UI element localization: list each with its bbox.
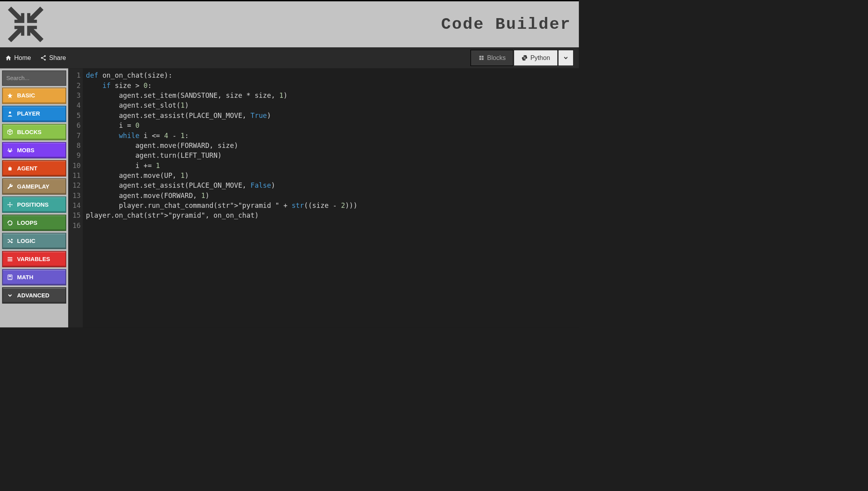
line-number: 11 <box>68 170 80 180</box>
category-label: PLAYER <box>17 110 40 117</box>
category-sidebar: BASICPLAYERBLOCKSMOBSAGENTGAMEPLAYPOSITI… <box>0 68 68 327</box>
line-number: 2 <box>68 80 80 90</box>
code-line[interactable]: agent.set_item(SANDSTONE, size * size, 1… <box>86 90 579 100</box>
tab-blocks-label: Blocks <box>487 54 506 62</box>
svg-point-12 <box>11 150 13 151</box>
category-label: ADVANCED <box>17 292 49 299</box>
code-editor[interactable]: 12345678910111213141516 def on_on_chat(s… <box>68 68 579 327</box>
code-line[interactable]: agent.turn(LEFT_TURN) <box>86 151 579 161</box>
category-label: VARIABLES <box>17 256 50 262</box>
line-number: 12 <box>68 181 80 190</box>
category-loops[interactable]: LOOPS <box>2 215 66 231</box>
home-label: Home <box>14 54 31 62</box>
line-number: 5 <box>68 110 80 120</box>
svg-rect-6 <box>481 58 483 60</box>
svg-point-16 <box>10 168 11 169</box>
tab-python[interactable]: Python <box>514 50 558 66</box>
category-label: MATH <box>17 274 33 280</box>
svg-rect-19 <box>7 259 12 260</box>
line-number: 10 <box>68 161 80 170</box>
line-number: 8 <box>68 140 80 150</box>
svg-rect-5 <box>479 58 481 60</box>
category-blocks[interactable]: BLOCKS <box>2 124 66 140</box>
code-line[interactable]: agent.set_assist(PLACE_ON_MOVE, False) <box>86 181 579 190</box>
python-icon <box>522 55 528 61</box>
code-line[interactable]: def on_on_chat(size): <box>86 71 579 80</box>
category-variables[interactable]: VARIABLES <box>2 251 66 267</box>
collapse-fullscreen-icon[interactable] <box>8 7 43 42</box>
category-player[interactable]: PLAYER <box>2 106 66 122</box>
category-label: POSITIONS <box>17 201 48 208</box>
code-line[interactable]: agent.move(FORWARD, size) <box>86 140 579 150</box>
category-agent[interactable]: AGENT <box>2 160 66 176</box>
line-number: 7 <box>68 131 80 140</box>
robot-icon <box>7 165 13 172</box>
svg-point-10 <box>11 149 12 150</box>
line-number: 13 <box>68 190 80 200</box>
category-basic[interactable]: BASIC <box>2 88 66 104</box>
category-advanced[interactable]: ADVANCED <box>2 287 66 303</box>
home-button[interactable]: Home <box>5 54 31 62</box>
svg-point-13 <box>9 150 11 152</box>
wrench-icon <box>7 183 13 190</box>
category-positions[interactable]: POSITIONS <box>2 196 66 213</box>
category-label: LOGIC <box>17 237 35 244</box>
svg-rect-4 <box>481 56 483 58</box>
tab-python-label: Python <box>530 54 550 62</box>
paw-icon <box>7 147 13 153</box>
line-number: 1 <box>68 71 80 80</box>
category-gameplay[interactable]: GAMEPLAY <box>2 178 66 194</box>
category-label: MOBS <box>17 147 34 153</box>
svg-rect-14 <box>8 167 11 170</box>
svg-point-25 <box>11 278 11 278</box>
code-line[interactable]: player.run_chat_command(str">"pyramid " … <box>86 200 579 210</box>
toolbar: Home Share Blocks Python <box>0 47 579 68</box>
tab-blocks[interactable]: Blocks <box>470 50 514 66</box>
line-number: 16 <box>68 220 80 230</box>
star-icon <box>7 93 13 99</box>
code-line[interactable]: i = 0 <box>86 120 579 130</box>
code-line[interactable] <box>86 220 579 230</box>
code-line[interactable]: agent.move(FORWARD, 1) <box>86 190 579 200</box>
category-label: BASIC <box>17 92 35 99</box>
code-line[interactable]: i += 1 <box>86 161 579 170</box>
move-icon <box>7 202 13 208</box>
line-number: 3 <box>68 90 80 100</box>
svg-point-23 <box>9 278 9 278</box>
svg-point-11 <box>7 150 9 151</box>
code-line[interactable]: if size > 0: <box>86 80 579 90</box>
category-mobs[interactable]: MOBS <box>2 142 66 158</box>
svg-point-24 <box>10 278 10 278</box>
search-input[interactable] <box>6 75 78 81</box>
blocks-icon <box>478 55 485 61</box>
svg-rect-20 <box>7 260 12 261</box>
share-icon <box>40 55 46 61</box>
code-line[interactable]: player.on_chat(str">"pyramid", on_on_cha… <box>86 211 579 220</box>
cube-icon <box>7 129 13 135</box>
line-gutter: 12345678910111213141516 <box>68 68 83 327</box>
svg-point-9 <box>8 149 9 150</box>
app-title: Code Builder <box>441 15 571 34</box>
category-math[interactable]: MATH <box>2 269 66 285</box>
shuffle-icon <box>7 238 13 244</box>
code-line[interactable]: agent.set_assist(PLACE_ON_MOVE, True) <box>86 110 579 120</box>
code-line[interactable]: agent.move(UP, 1) <box>86 170 579 180</box>
tab-language-more[interactable] <box>558 50 574 66</box>
code-line[interactable]: agent.set_slot(1) <box>86 101 579 110</box>
calc-icon <box>7 274 13 280</box>
category-label: AGENT <box>17 165 37 172</box>
code-line[interactable]: while i <= 4 - 1: <box>86 131 579 140</box>
category-logic[interactable]: LOGIC <box>2 233 66 249</box>
search-box[interactable] <box>2 71 66 86</box>
svg-point-15 <box>9 168 10 169</box>
line-number: 14 <box>68 200 80 210</box>
code-area[interactable]: def on_on_chat(size): if size > 0: agent… <box>83 68 579 327</box>
share-button[interactable]: Share <box>40 54 66 62</box>
chevron-down-icon <box>563 55 569 61</box>
svg-point-28 <box>11 278 11 279</box>
line-number: 9 <box>68 151 80 161</box>
line-number: 4 <box>68 101 80 110</box>
list-icon <box>7 256 13 262</box>
line-number: 6 <box>68 120 80 130</box>
svg-point-8 <box>9 112 11 114</box>
